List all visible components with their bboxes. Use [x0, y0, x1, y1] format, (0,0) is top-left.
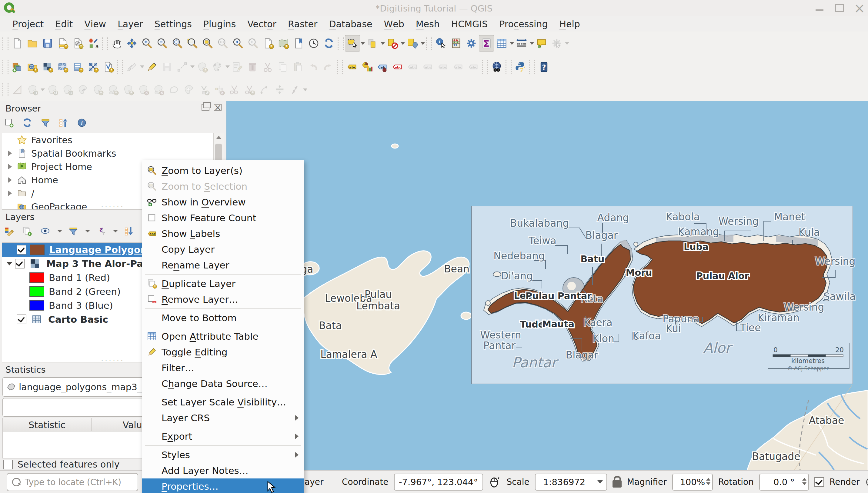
select-by-location-dropdown-arrow[interactable] — [421, 42, 425, 45]
context-menu-item-filter[interactable]: Filter… — [142, 360, 304, 376]
toolbar-handle[interactable] — [2, 60, 8, 73]
toolbar-handle[interactable] — [482, 60, 488, 73]
layer-color-swatch[interactable] — [30, 244, 45, 255]
toolbar-handle[interactable] — [338, 37, 344, 50]
menu-layer[interactable]: Layer — [112, 16, 149, 31]
run-feature-action-dropdown-arrow[interactable] — [565, 42, 569, 45]
toolbar-handle[interactable] — [2, 83, 8, 97]
expander-icon[interactable] — [8, 177, 12, 183]
digitize-with-segment-dropdown-arrow[interactable] — [190, 65, 195, 68]
menu-settings[interactable]: Settings — [149, 16, 197, 31]
add-group-button[interactable] — [21, 224, 34, 238]
add-virtual-layer-button[interactable]: * — [85, 59, 101, 75]
collapse-all-button[interactable] — [57, 116, 70, 129]
context-menu-item-change-data-source[interactable]: Change Data Source… — [142, 376, 304, 391]
filter-by-expression-button[interactable]: ε — [94, 224, 108, 238]
expander-icon[interactable] — [8, 191, 12, 196]
browser-item-spatial-bookmarks[interactable]: Spatial Bookmarks — [2, 147, 224, 160]
context-menu-item-move-to-bottom[interactable]: Move to Bottom — [142, 310, 304, 326]
zoom-to-selection-button[interactable] — [185, 35, 200, 51]
filter-legend-button[interactable] — [67, 224, 80, 238]
style-manager-button[interactable]: a — [85, 35, 101, 51]
context-menu-item-properties[interactable]: Properties… — [142, 478, 304, 493]
options-button[interactable] — [464, 35, 479, 51]
new-map-view-button[interactable] — [291, 35, 306, 51]
context-menu-item-zoom-to-layer-s[interactable]: Zoom to Layer(s) — [142, 163, 304, 178]
context-menu-item-show-labels[interactable]: abcShow Labels — [142, 226, 304, 241]
menu-raster[interactable]: Raster — [282, 16, 323, 31]
measure-button[interactable] — [514, 35, 529, 51]
toolbar-handle[interactable] — [2, 37, 8, 50]
select-features-by-value-dropdown-arrow[interactable] — [381, 42, 385, 45]
deselect-all-button[interactable] — [385, 35, 400, 51]
filter-by-expression-dropdown-arrow[interactable] — [113, 230, 118, 232]
layer-diagram-button[interactable] — [359, 59, 375, 75]
zoom-last-button[interactable] — [230, 35, 246, 51]
menu-hcmgis[interactable]: HCMGIS — [446, 16, 494, 31]
scale-dropdown-arrow[interactable] — [597, 480, 603, 484]
menu-database[interactable]: Database — [323, 16, 378, 31]
open-layer-styling-button[interactable] — [2, 224, 16, 238]
select-by-location-button[interactable] — [405, 35, 420, 51]
python-console-button[interactable] — [513, 59, 528, 75]
refresh-browser-button[interactable] — [21, 116, 34, 129]
help-contents-button[interactable]: ? — [536, 59, 552, 75]
context-menu-item-export[interactable]: Export — [142, 428, 304, 444]
context-menu-item-set-layer-scale-visibility[interactable]: Set Layer Scale Visibility… — [142, 394, 304, 410]
layer-labeling-button[interactable]: abc — [344, 59, 359, 75]
layer-visibility-checkbox[interactable] — [17, 315, 26, 324]
new-project-button[interactable] — [10, 35, 25, 51]
manage-map-themes-button[interactable] — [39, 224, 52, 238]
layer-visibility-checkbox[interactable] — [17, 245, 26, 255]
vertex-tool-dropdown-arrow[interactable] — [226, 65, 230, 68]
move-features-dropdown-arrow[interactable] — [41, 88, 45, 91]
context-menu-item-show-in-overview[interactable]: Show in Overview — [142, 194, 304, 210]
highlight-pinned-labels-button[interactable]: abc — [390, 59, 405, 75]
statistics-column-statistic[interactable]: Statistic — [2, 418, 91, 432]
menu-project[interactable]: Project — [7, 16, 49, 31]
add-delimited-text-layer-button[interactable]: * — [70, 59, 85, 75]
zoom-in-button[interactable] — [140, 35, 154, 51]
filter-browser-button[interactable] — [39, 116, 52, 129]
refresh-button[interactable] — [321, 35, 336, 51]
scale-lock-icon[interactable] — [613, 480, 621, 488]
toolbar-handle[interactable] — [426, 37, 432, 50]
add-selected-layers-button[interactable] — [2, 116, 16, 129]
restore-button[interactable] — [833, 2, 846, 14]
context-menu-item-styles[interactable]: Styles — [142, 447, 304, 463]
field-calculator-button[interactable] — [448, 35, 464, 51]
statistical-summary-button[interactable]: Σ — [479, 35, 494, 51]
menu-processing[interactable]: Processing — [493, 16, 553, 31]
browser-close-button[interactable]: × — [214, 104, 221, 111]
toolbar-handle[interactable] — [506, 60, 512, 73]
select-features-by-value-button[interactable] — [365, 35, 380, 51]
browser-item-favorites[interactable]: Favorites — [2, 133, 224, 147]
show-layout-manager-button[interactable]: * — [70, 35, 85, 51]
locate-input[interactable]: Type to locate (Ctrl+K) — [7, 473, 138, 491]
toolbar-handle[interactable] — [529, 60, 535, 73]
measure-dropdown-arrow[interactable] — [530, 42, 534, 45]
pan-map-button[interactable] — [109, 35, 124, 51]
expander-icon[interactable] — [8, 151, 12, 156]
context-menu-item-toggle-editing[interactable]: Toggle Editing — [142, 344, 304, 360]
context-menu-item-layer-crs[interactable]: Layer CRS — [142, 410, 304, 426]
context-menu-item-rename-layer[interactable]: Rename Layer — [142, 257, 304, 273]
expander-icon[interactable] — [6, 262, 13, 265]
menu-view[interactable]: View — [79, 16, 112, 31]
map-canvas[interactable]: 0 20 kilometres © ACJ Schapper Bukalaban… — [226, 101, 868, 470]
layer-visibility-checkbox[interactable] — [15, 259, 24, 269]
attribute-table-dropdown-arrow[interactable] — [510, 42, 514, 45]
add-raster-layer-button[interactable]: * — [40, 59, 55, 75]
pin-labels-button[interactable]: ab — [375, 59, 390, 75]
add-vector-layer-button[interactable]: * — [25, 59, 40, 75]
data-source-manager-button[interactable] — [10, 59, 25, 75]
toggle-editing-button[interactable] — [144, 59, 160, 75]
temporal-controller-button[interactable] — [306, 35, 321, 51]
extents-tracking-icon[interactable] — [489, 475, 501, 489]
coordinate-input[interactable]: -7.967°, 123.044° — [394, 474, 483, 491]
hcmgis-tools-button[interactable] — [489, 59, 504, 75]
zoom-full-button[interactable] — [170, 35, 185, 51]
identify-features-button[interactable]: i — [433, 35, 448, 51]
crs-globe-icon[interactable] — [865, 476, 868, 488]
zoom-out-button[interactable] — [154, 35, 170, 51]
